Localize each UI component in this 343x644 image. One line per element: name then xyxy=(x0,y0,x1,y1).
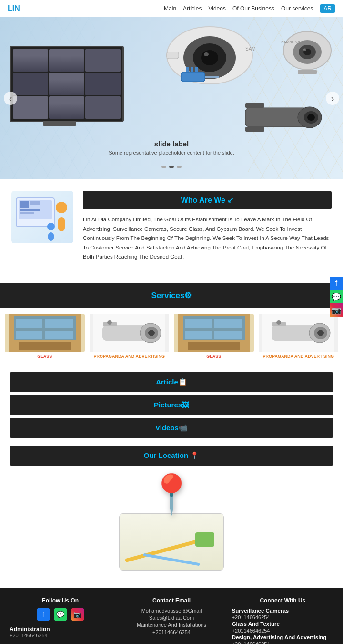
monitor-cell xyxy=(49,96,84,119)
whatsapp-float-button[interactable]: 💬 xyxy=(330,290,343,303)
location-bar: Our Location 📍 xyxy=(10,446,333,466)
service-image-camera-2 xyxy=(259,314,339,352)
service-label-camera-1: PROPAGANDA AND ADVERTISING xyxy=(90,354,170,359)
nav-links: Main Articles Videos Of Our Business Our… xyxy=(164,4,335,13)
svg-rect-41 xyxy=(19,342,71,350)
svg-rect-34 xyxy=(48,232,54,241)
svg-rect-20 xyxy=(181,72,205,82)
who-right-content: Who Are We ↙ Lin Al-Dia Company Limited,… xyxy=(83,191,332,262)
connect-design: Design, Advertising And Advertising xyxy=(232,634,333,640)
svg-rect-5 xyxy=(167,52,179,59)
svg-rect-39 xyxy=(16,331,42,339)
connect-title: Connect With Us xyxy=(232,597,333,604)
svg-rect-53 xyxy=(185,331,212,339)
svg-rect-40 xyxy=(45,331,73,339)
map-pin-icon: 📍 xyxy=(148,475,195,513)
administration-label: Administration xyxy=(10,626,111,633)
footer-instagram-icon[interactable]: 📷 xyxy=(71,608,84,621)
pictures-bar[interactable]: Pictures🖼 xyxy=(10,395,333,415)
service-card-camera-2[interactable]: PROPAGANDA AND ADVERTISING xyxy=(259,314,339,359)
slide-dot-active[interactable] xyxy=(169,166,174,168)
article-title: Article📋 xyxy=(156,378,187,386)
svg-rect-55 xyxy=(188,342,240,350)
svg-rect-37 xyxy=(16,319,42,328)
nav-services[interactable]: Our services xyxy=(281,5,313,12)
svg-text:SAMSUNG: SAMSUNG xyxy=(245,46,255,52)
monitor-cell xyxy=(85,96,121,119)
pictures-title: Pictures🖼 xyxy=(154,401,189,409)
slide-caption: slide label Some representative placehol… xyxy=(109,140,234,156)
slide-label: slide label xyxy=(109,140,234,148)
contact-maintenance: Maintenance And Installations xyxy=(121,622,222,628)
svg-rect-43 xyxy=(103,326,146,340)
videos-bar[interactable]: Videos📹 xyxy=(10,418,333,438)
svg-point-11 xyxy=(303,49,306,51)
services-grid: GLASS PROPAGANDA AND ADVERTISING xyxy=(0,308,343,364)
nav-business[interactable]: Of Our Business xyxy=(232,5,274,12)
nav-articles[interactable]: Articles xyxy=(183,5,202,12)
svg-rect-51 xyxy=(185,319,212,328)
slider-next-button[interactable]: › xyxy=(326,92,339,105)
who-text: Lin Al-Dia Company Limited, The Goal Of … xyxy=(83,215,332,262)
ethernet-icon xyxy=(181,62,219,95)
services-title: Services⚙ xyxy=(10,288,333,303)
monitor-cell xyxy=(13,73,48,95)
footer-connect-col: Connect With Us Surveillance Cameras +20… xyxy=(232,597,333,644)
footer-follow-col: Follow Us On f 💬 📷 Administration +20114… xyxy=(10,597,111,644)
nav-videos[interactable]: Videos xyxy=(208,5,225,12)
slider-prev-button[interactable]: ‹ xyxy=(4,92,17,105)
services-section: Services⚙ xyxy=(0,283,343,308)
svg-point-17 xyxy=(307,114,315,121)
service-label-glass-2: GLASS xyxy=(174,354,254,359)
map-area[interactable]: 📍 xyxy=(10,466,333,580)
language-toggle[interactable]: AR xyxy=(320,4,335,13)
admin-phone: +201146646254 xyxy=(10,633,111,638)
videos-title: Videos📹 xyxy=(155,424,188,432)
slide-dot[interactable] xyxy=(161,166,166,168)
facebook-float-button[interactable]: f xyxy=(330,277,343,290)
contact-email-2: Sales@Lidiaa.Com xyxy=(121,615,222,621)
navbar: LIN Main Articles Videos Of Our Business… xyxy=(0,0,343,17)
contact-email-1: Mohamedyoussef@Gmail xyxy=(121,608,222,613)
who-are-we-section: Who Are We ↙ Lin Al-Dia Company Limited,… xyxy=(0,179,343,273)
svg-rect-22 xyxy=(191,67,193,72)
svg-point-60 xyxy=(317,330,324,336)
instagram-float-button[interactable]: 📷 xyxy=(330,303,343,317)
footer-facebook-icon[interactable]: f xyxy=(37,608,50,621)
svg-rect-29 xyxy=(20,209,40,211)
svg-point-31 xyxy=(56,202,67,213)
map-container: 📍 xyxy=(114,475,229,571)
service-image-glass-2 xyxy=(174,314,254,352)
hero-slider: SAMSUNG SAMSUNG xyxy=(0,17,343,179)
connect-glass-phone: +201146646254 xyxy=(232,628,333,634)
brand-logo[interactable]: LIN xyxy=(8,4,20,13)
svg-rect-23 xyxy=(195,67,198,72)
map-green-area xyxy=(195,532,214,547)
nav-main[interactable]: Main xyxy=(164,5,176,12)
footer: Follow Us On f 💬 📷 Administration +20114… xyxy=(0,588,343,644)
slide-dots xyxy=(161,166,182,168)
monitor-stand xyxy=(43,121,76,126)
who-image xyxy=(11,191,73,243)
svg-rect-57 xyxy=(272,326,315,340)
svg-point-33 xyxy=(47,223,55,230)
service-label-glass-1: GLASS xyxy=(5,354,85,359)
content-sections: Article📋 Pictures🖼 Videos📹 xyxy=(0,372,343,438)
contact-email-title: Contact Email xyxy=(121,597,222,604)
svg-text:SAMSUNG: SAMSUNG xyxy=(281,40,300,44)
monitor-cell xyxy=(13,49,48,72)
service-image-camera-1 xyxy=(90,314,170,352)
service-label-camera-2: PROPAGANDA AND ADVERTISING xyxy=(259,354,339,359)
service-card-camera-1[interactable]: PROPAGANDA AND ADVERTISING xyxy=(90,314,170,359)
service-card-glass-2[interactable]: GLASS xyxy=(174,314,254,359)
article-bar[interactable]: Article📋 xyxy=(10,372,333,392)
svg-rect-27 xyxy=(20,201,29,208)
who-title: Who Are We ↙ xyxy=(83,191,332,209)
svg-rect-21 xyxy=(186,67,189,72)
footer-whatsapp-icon[interactable]: 💬 xyxy=(54,608,67,621)
slide-dot[interactable] xyxy=(177,166,182,168)
svg-rect-54 xyxy=(214,331,242,339)
service-card-glass-1[interactable]: GLASS xyxy=(5,314,85,359)
contact-phone: +201146646254 xyxy=(121,629,222,635)
svg-rect-52 xyxy=(214,319,242,328)
